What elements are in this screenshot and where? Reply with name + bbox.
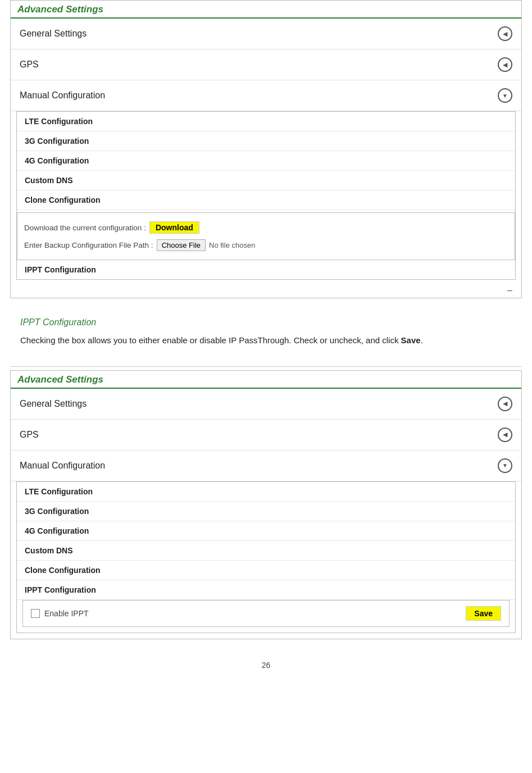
panel2-general-settings-icon[interactable] — [498, 397, 512, 411]
panel1-title: Advanced Settings — [17, 4, 103, 15]
enable-ippt-label: Enable IPPT — [44, 609, 89, 618]
save-button[interactable]: Save — [466, 606, 501, 621]
general-settings-icon[interactable] — [498, 26, 512, 41]
advanced-settings-panel-1: Advanced Settings General Settings GPS M… — [10, 0, 522, 298]
download-button[interactable]: Download — [149, 221, 199, 234]
4g-config-item[interactable]: 4G Configuration — [17, 151, 515, 171]
panel2-header: Advanced Settings — [11, 371, 521, 389]
general-settings-row[interactable]: General Settings — [11, 19, 521, 49]
panel2-4g-config-item[interactable]: 4G Configuration — [17, 521, 515, 541]
download-row: Download the current configuration : Dow… — [24, 219, 508, 237]
panel2-lte-config-item[interactable]: LTE Configuration — [17, 482, 515, 502]
panel2-manual-config-label: Manual Configuration — [20, 461, 105, 471]
panel2-title: Advanced Settings — [17, 374, 103, 385]
panel2-3g-config-item[interactable]: 3G Configuration — [17, 502, 515, 521]
3g-config-item[interactable]: 3G Configuration — [17, 131, 515, 151]
enable-ippt-row: Enable IPPT — [31, 609, 89, 618]
panel2-general-settings-label: General Settings — [20, 399, 87, 409]
panel2-gps-label: GPS — [20, 430, 39, 440]
panel2-manual-config-icon[interactable] — [498, 458, 512, 473]
download-row-label: Download the current configuration : — [24, 224, 146, 232]
gps-icon[interactable] — [498, 57, 512, 72]
section-divider — [10, 366, 522, 367]
enable-ippt-checkbox[interactable] — [31, 609, 40, 618]
no-file-text: No file chosen — [209, 241, 255, 249]
general-settings-label: General Settings — [20, 29, 87, 39]
sub-panel-2: LTE Configuration 3G Configuration 4G Co… — [16, 481, 516, 633]
ippt-description-end: . — [421, 335, 423, 345]
panel1-header: Advanced Settings — [11, 1, 521, 19]
gps-row[interactable]: GPS — [11, 49, 521, 80]
advanced-settings-panel-2: Advanced Settings General Settings GPS M… — [10, 370, 522, 639]
ippt-description-text: Checking the box allows you to either en… — [20, 335, 401, 345]
panel2-gps-icon[interactable] — [498, 428, 512, 442]
choose-file-button[interactable]: Choose File — [157, 239, 206, 251]
ippt-section-title: IPPT Configuration — [20, 317, 512, 328]
backup-row-label: Enter Backup Configuration File Path : — [24, 241, 153, 249]
manual-config-icon[interactable] — [498, 88, 512, 103]
ippt-section: IPPT Configuration Checking the box allo… — [10, 308, 522, 363]
panel2-general-settings-row[interactable]: General Settings — [11, 389, 521, 420]
page-number: 26 — [10, 649, 522, 675]
manual-config-row[interactable]: Manual Configuration — [11, 80, 521, 111]
custom-dns-item[interactable]: Custom DNS — [17, 171, 515, 190]
panel2-custom-dns-item[interactable]: Custom DNS — [17, 541, 515, 561]
clone-config-item[interactable]: Clone Configuration — [17, 190, 515, 210]
lte-config-item[interactable]: LTE Configuration — [17, 112, 515, 131]
panel2-manual-config-row[interactable]: Manual Configuration — [11, 451, 521, 481]
panel2-ippt-config-item[interactable]: IPPT Configuration — [17, 580, 515, 600]
ippt-description-bold: Save — [401, 335, 421, 345]
sub-panel-1: LTE Configuration 3G Configuration 4G Co… — [16, 111, 516, 280]
minus-indicator: – — [11, 285, 521, 298]
panel2-gps-row[interactable]: GPS — [11, 420, 521, 451]
panel2-clone-config-item[interactable]: Clone Configuration — [17, 561, 515, 580]
gps-label: GPS — [20, 60, 39, 70]
choose-file-row: Enter Backup Configuration File Path : C… — [24, 237, 508, 254]
ippt-description: Checking the box allows you to either en… — [20, 334, 512, 347]
manual-config-label: Manual Configuration — [20, 90, 105, 101]
ippt-config-item-1[interactable]: IPPT Configuration — [17, 260, 515, 279]
ippt-inner-box: Enable IPPT Save — [22, 600, 510, 627]
clone-config-section: Download the current configuration : Dow… — [17, 212, 515, 260]
